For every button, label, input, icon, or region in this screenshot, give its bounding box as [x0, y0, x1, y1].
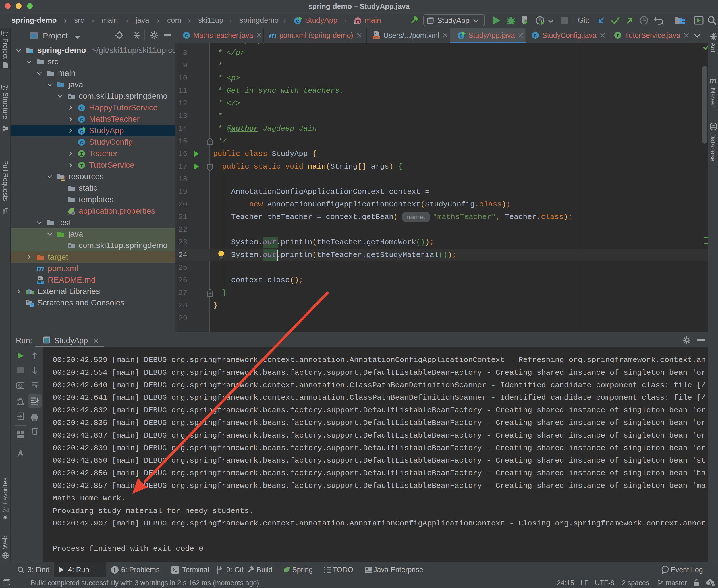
svg-text:C: C: [80, 117, 83, 123]
svg-text:C: C: [185, 33, 188, 39]
svg-text:I: I: [80, 163, 83, 169]
svg-text:C: C: [80, 129, 83, 135]
svg-text:?: ?: [709, 580, 712, 585]
svg-text:MD: MD: [38, 280, 42, 284]
svg-text:C: C: [80, 140, 83, 146]
svg-text:C: C: [534, 33, 537, 39]
svg-text:C: C: [296, 19, 299, 24]
svg-text:I: I: [80, 152, 83, 157]
svg-text:<>: <>: [374, 36, 378, 40]
svg-text:m: m: [356, 19, 360, 24]
svg-text:C: C: [80, 106, 83, 111]
svg-text:I: I: [616, 33, 619, 39]
svg-text:C: C: [459, 34, 463, 39]
